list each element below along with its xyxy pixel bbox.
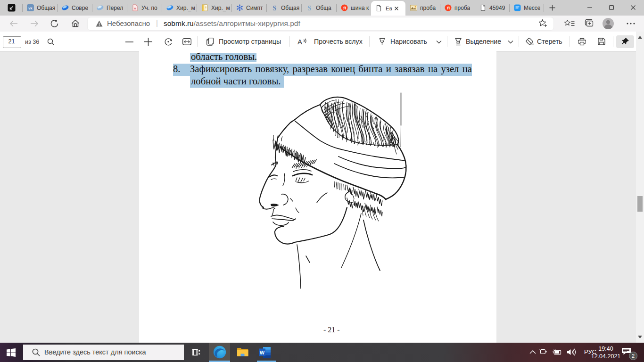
svg-text:vk: vk [28, 6, 33, 10]
svg-text:S: S [273, 5, 277, 12]
svg-text:A: A [297, 38, 302, 46]
svg-text:Я: Я [447, 6, 450, 10]
svg-text:W: W [260, 350, 265, 355]
svg-text:S: S [308, 5, 312, 12]
svg-text:Я: Я [343, 6, 346, 10]
svg-text:A: A [134, 7, 136, 10]
